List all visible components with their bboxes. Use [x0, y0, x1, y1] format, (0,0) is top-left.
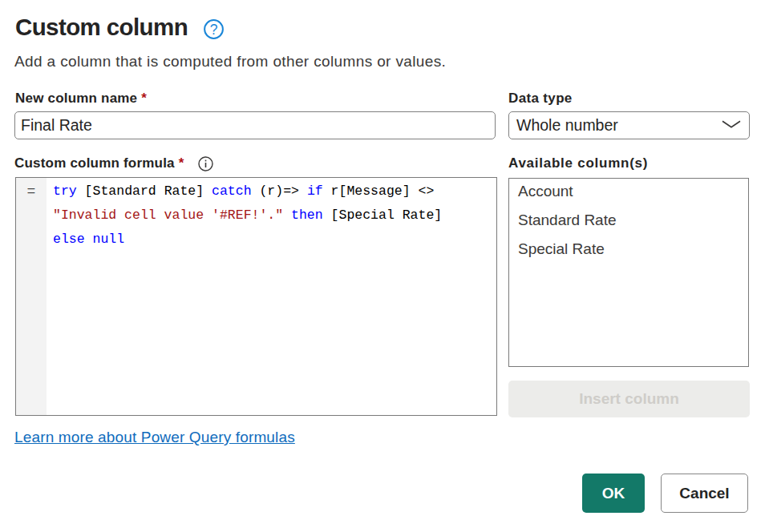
svg-text:?: ?	[210, 22, 218, 38]
